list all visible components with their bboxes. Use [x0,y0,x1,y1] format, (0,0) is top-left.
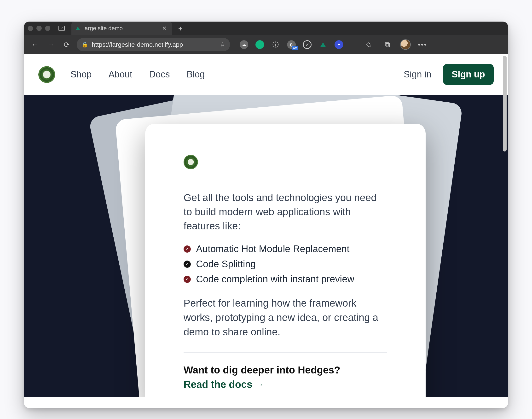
traffic-maximize[interactable] [45,26,50,31]
traffic-minimize[interactable] [37,26,42,31]
viewport: Shop About Docs Blog Sign in Sign up Get… [24,54,508,408]
feature-text: Code Splitting [196,259,256,269]
extension-flower-icon[interactable]: ✱ [335,40,343,49]
extension-ring-icon[interactable]: ✓ [303,40,311,49]
extension-badge-icon[interactable]: ◐off [287,40,296,49]
auth-controls: Sign in Sign up [403,64,494,85]
nav-about[interactable]: About [109,69,132,79]
read-docs-text: Read the docs [183,379,252,390]
check-icon [183,246,191,253]
forward-button[interactable]: → [45,39,57,50]
extension-1-icon[interactable]: ☁ [240,40,248,49]
read-docs-link[interactable]: Read the docs → [183,379,387,390]
tab-close-icon[interactable]: ✕ [162,25,167,32]
signin-link[interactable]: Sign in [403,69,431,79]
profile-avatar[interactable] [400,39,411,50]
nav-docs[interactable]: Docs [149,69,170,79]
feature-item: Automatic Hot Module Replacement [183,244,387,254]
sidebar-toggle-icon[interactable] [58,26,65,31]
tab-title: large site demo [83,25,159,32]
browser-toolbar: ← → ⟳ 🔒 https://largesite-demo.netlify.a… [24,35,508,54]
extension-badge: off [292,46,298,50]
nav-blog[interactable]: Blog [187,69,205,79]
site-logo[interactable] [38,66,55,83]
url-text: https://largesite-demo.netlify.app [92,41,216,48]
address-bar[interactable]: 🔒 https://largesite-demo.netlify.app ☆ [77,38,230,51]
hero-lead: Get all the tools and technologies you n… [183,191,387,233]
check-icon [183,276,191,283]
favorite-icon[interactable]: ☆ [220,41,225,48]
nav-shop[interactable]: Shop [70,69,92,79]
hero-deeper-heading: Want to dig deeper into Hedges? [183,364,387,376]
hero-card: Get all the tools and technologies you n… [145,124,426,397]
collections-button[interactable]: ⧉ [381,39,393,50]
extension-grammarly-icon[interactable] [256,40,264,49]
reload-button[interactable]: ⟳ [61,39,72,50]
extension-netlify-icon[interactable] [319,40,327,49]
feature-text: Automatic Hot Module Replacement [196,244,350,254]
arrow-right-icon: → [255,380,264,390]
hero-paragraph: Perfect for learning how the framework w… [183,296,387,339]
back-button[interactable]: ← [29,39,41,50]
feature-item: Code Splitting [183,259,387,269]
check-icon [183,261,191,268]
hero-card-logo [183,155,198,169]
extension-info-icon[interactable]: ⓘ [271,40,280,49]
hero-section: Get all the tools and technologies you n… [24,95,508,397]
lock-icon: 🔒 [81,41,88,48]
signup-button[interactable]: Sign up [443,64,494,85]
new-tab-button[interactable]: ＋ [177,24,184,33]
traffic-close[interactable] [28,26,33,31]
site-header: Shop About Docs Blog Sign in Sign up [24,54,508,95]
feature-text: Code completion with instant preview [196,274,354,285]
favorites-button[interactable]: ✩ [363,39,374,50]
hero-divider [183,352,387,353]
tab-favicon-icon [76,26,80,30]
titlebar: large site demo ✕ ＋ [24,22,508,35]
main-nav: Shop About Docs Blog [70,69,205,79]
toolbar-divider [353,40,353,49]
browser-window: large site demo ✕ ＋ ← → ⟳ 🔒 https://larg… [24,22,508,408]
overflow-menu-icon[interactable]: ••• [418,41,427,48]
feature-item: Code completion with instant preview [183,274,387,285]
window-controls [28,26,50,31]
extensions-row: ☁ ⓘ ◐off ✓ ✱ ✩ ⧉ ••• [240,39,427,50]
browser-tab[interactable]: large site demo ✕ [71,22,172,35]
feature-list: Automatic Hot Module Replacement Code Sp… [183,244,387,285]
